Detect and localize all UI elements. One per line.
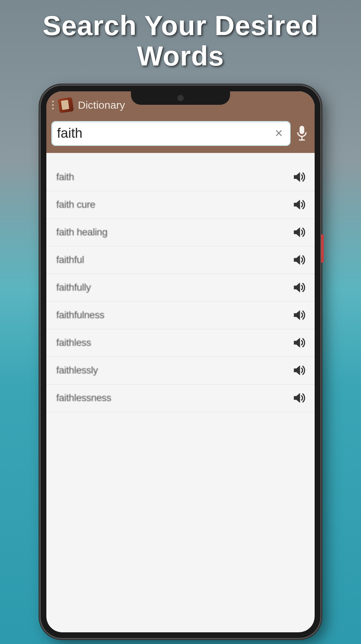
app-title: Dictionary: [78, 99, 125, 111]
result-word: faith cure: [56, 199, 95, 210]
svg-rect-2: [299, 139, 305, 140]
result-word: faithlessness: [56, 392, 111, 404]
svg-rect-1: [301, 136, 302, 139]
svg-rect-0: [299, 126, 304, 134]
clear-icon[interactable]: ×: [273, 126, 285, 141]
microphone-icon[interactable]: [295, 125, 309, 142]
result-row[interactable]: faithfully: [46, 274, 315, 302]
result-row[interactable]: faithful: [46, 246, 315, 274]
result-row[interactable]: faith cure: [46, 191, 315, 219]
speaker-icon[interactable]: [292, 363, 307, 378]
speaker-icon[interactable]: [292, 225, 307, 240]
result-row[interactable]: faith: [46, 164, 315, 191]
result-row[interactable]: faithlessness: [46, 384, 315, 412]
app-icon: [58, 97, 74, 113]
search-input[interactable]: [57, 126, 273, 141]
result-row[interactable]: faithless: [46, 329, 315, 357]
result-word: faithfully: [56, 282, 91, 293]
search-bar: ×: [46, 115, 315, 153]
result-row[interactable]: faith healing: [46, 219, 315, 246]
promo-title-line2: Words: [14, 41, 347, 72]
result-word: faithful: [56, 254, 84, 266]
result-word: faithfulness: [56, 309, 104, 321]
phone-frame: Dictionary × faithfaith curefaith healin…: [41, 86, 320, 638]
speaker-icon[interactable]: [292, 335, 307, 350]
result-word: faith: [56, 171, 74, 183]
speaker-icon[interactable]: [292, 308, 307, 323]
phone-screen: Dictionary × faithfaith curefaith healin…: [46, 91, 315, 632]
speaker-icon[interactable]: [292, 280, 307, 295]
speaker-icon[interactable]: [292, 391, 307, 405]
promo-title-line1: Search Your Desired: [14, 11, 347, 41]
results-list: faithfaith curefaith healingfaithfulfait…: [46, 153, 315, 412]
result-word: faithlessly: [56, 365, 98, 376]
speaker-icon[interactable]: [292, 197, 307, 212]
menu-button[interactable]: [52, 101, 54, 109]
phone-notch: [131, 91, 230, 105]
result-word: faith healing: [56, 227, 108, 238]
speaker-icon[interactable]: [292, 170, 307, 184]
speaker-icon[interactable]: [292, 252, 307, 267]
result-word: faithless: [56, 337, 91, 348]
result-row[interactable]: faithlessly: [46, 357, 315, 384]
promo-title: Search Your Desired Words: [0, 0, 361, 79]
search-input-wrap: ×: [52, 122, 290, 145]
result-row[interactable]: faithfulness: [46, 302, 315, 329]
